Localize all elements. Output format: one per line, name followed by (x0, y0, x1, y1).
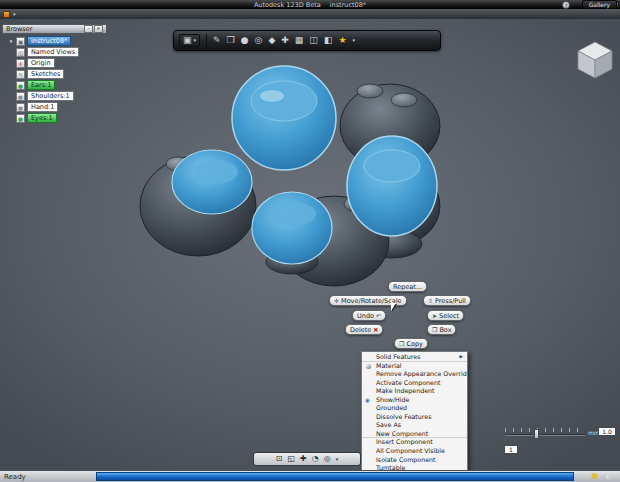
pattern-tool-icon[interactable]: ▦ (295, 36, 304, 45)
more-tools-caret-icon[interactable]: ▾ (352, 38, 355, 43)
browser-item-ears[interactable]: ● Ears:1 (16, 80, 55, 90)
menu-item-save-as[interactable]: Save As (362, 421, 467, 430)
origin-icon: ✛ (16, 59, 25, 68)
browser-item-sketches[interactable]: ✎ Sketches (16, 69, 64, 79)
component-icon: ▣ (16, 37, 25, 46)
snap-value-field[interactable]: 1 (504, 445, 518, 454)
menu-item-isolate-component[interactable]: Isolate Component (362, 456, 467, 465)
delete-label: Delete (350, 326, 371, 334)
menu-item-label: Material (376, 362, 402, 369)
shell-tool-icon[interactable]: ◧ (324, 36, 333, 45)
title-bar: Autodesk 123D Beta instruct08* – ❒ ✕ (0, 0, 620, 9)
browser-item-shoulders[interactable]: ● Shoulders:1 (16, 91, 74, 101)
status-progress-bar (96, 472, 574, 481)
grid-slider-ticks (505, 428, 585, 432)
browser-item-origin[interactable]: ✛ Origin (16, 58, 55, 68)
zoom-window-icon[interactable]: ⊡ (276, 455, 283, 463)
help-icon[interactable]: ? (562, 1, 570, 9)
grid-value-field[interactable]: 1.0 (598, 427, 616, 436)
menu-item-make-independent[interactable]: Make Independent (362, 387, 467, 396)
grid-slider-handle[interactable] (534, 429, 539, 439)
menu-item-new-component[interactable]: New Component (362, 430, 467, 439)
sketches-icon: ✎ (16, 70, 25, 79)
select-label: Select (439, 312, 459, 320)
browser-close-button[interactable]: ✕ (94, 25, 103, 33)
named-views-icon: ◫ (16, 48, 25, 57)
repeat-button[interactable]: Repeat... (388, 281, 427, 292)
copy-button[interactable]: ❐ Copy (394, 338, 428, 349)
view-cube[interactable] (576, 40, 614, 80)
visibility-icon[interactable]: ● (16, 103, 25, 112)
browser-item-label[interactable]: Hand:1 (27, 102, 58, 112)
menu-item-material[interactable]: Material (362, 362, 467, 371)
menu-item-all-component-visible[interactable]: All Component Visible (362, 447, 467, 456)
app-window: Autodesk 123D Beta instruct08* – ❒ ✕ ▾ ?… (0, 0, 620, 482)
menu-item-activate-component[interactable]: Activate Component (362, 379, 467, 388)
browser-item-label[interactable]: Shoulders:1 (27, 91, 74, 101)
favorites-star-icon[interactable]: ★ (338, 36, 346, 45)
menu-item-label: Save As (376, 421, 401, 428)
model-canvas[interactable] (132, 56, 466, 296)
visibility-icon[interactable]: ● (16, 81, 25, 90)
undo-button[interactable]: Undo ↶ (352, 310, 386, 321)
box-primitive-icon[interactable]: ❒ (227, 36, 235, 45)
browser-panel-header[interactable]: Browser – ✕ (2, 24, 107, 34)
expander-icon[interactable]: ▾ (8, 38, 14, 44)
box-select-button[interactable]: ❒ Box (427, 324, 456, 335)
fit-view-icon[interactable]: ◱ (287, 455, 295, 463)
menu-item-dissolve-features[interactable]: Dissolve Features (362, 413, 467, 422)
primitives-menu-icon: ▣ (183, 36, 192, 45)
menu-item-label: Show/Hide (376, 396, 409, 403)
browser-item-label[interactable]: instruct08* (27, 36, 71, 46)
grid-slider-track[interactable] (505, 434, 585, 436)
delete-button[interactable]: Delete ✖ (345, 324, 383, 335)
mouse-cursor (391, 302, 396, 311)
status-bar: Ready ▦ ◧ (0, 470, 620, 482)
pan-icon[interactable]: ✚ (300, 455, 307, 463)
browser-item-eyes[interactable]: ● Eyes:1 (16, 113, 57, 123)
menu-item-grounded[interactable]: Grounded (362, 404, 467, 413)
menu-item-label: Dissolve Features (376, 413, 431, 420)
gallery-button[interactable]: Gallery (582, 0, 617, 9)
copy-label: Copy (406, 340, 423, 348)
menu-item-solid-features[interactable]: Solid Features ▶ (362, 353, 467, 362)
sphere-primitive-icon[interactable]: ● (241, 36, 249, 45)
eye-icon: ◉ (365, 396, 370, 405)
primitives-menu-button[interactable]: ▣ ▾ (179, 34, 200, 47)
menu-item-insert-component[interactable]: Insert Component (362, 438, 467, 447)
visibility-icon[interactable]: ● (16, 114, 25, 123)
document-title: instruct08* (330, 1, 366, 9)
browser-item-root[interactable]: ▾ ▣ instruct08* (8, 36, 71, 46)
move-tool-icon[interactable]: ✚ (281, 36, 289, 45)
browser-item-label[interactable]: Eyes:1 (27, 113, 57, 123)
delete-x-icon: ✖ (373, 327, 378, 333)
view-settings-caret-icon[interactable]: ▾ (336, 457, 339, 462)
chevron-down-icon: ▾ (194, 38, 197, 43)
extrude-tool-icon[interactable]: ◆ (268, 36, 275, 45)
look-at-icon[interactable]: ◎ (324, 455, 331, 463)
select-button[interactable]: ➤ Select (427, 310, 464, 321)
menu-item-show-hide[interactable]: ◉ Show/Hide (362, 396, 467, 405)
app-logo-icon[interactable] (3, 11, 10, 18)
browser-collapse-button[interactable]: – (84, 25, 93, 33)
browser-title: Browser (6, 25, 32, 33)
box-label: Box (439, 326, 451, 334)
app-menu-caret-icon[interactable]: ▾ (13, 11, 16, 17)
combine-tool-icon[interactable]: ◫ (309, 36, 318, 45)
orbit-icon[interactable]: ◔ (312, 455, 319, 463)
grid-status-icon[interactable]: ▦ (591, 473, 598, 480)
menu-item-remove-appearance-override[interactable]: Remove Appearance Override (362, 370, 467, 379)
visibility-icon[interactable]: ● (16, 92, 25, 101)
browser-item-label[interactable]: Ears:1 (27, 80, 55, 90)
layout-status-icon[interactable]: ◧ (605, 473, 612, 480)
repeat-label: Repeat... (393, 283, 422, 291)
browser-item-label[interactable]: Origin (27, 58, 55, 68)
cylinder-primitive-icon[interactable]: ◎ (255, 36, 263, 45)
browser-item-label[interactable]: Sketches (27, 69, 64, 79)
press-pull-button[interactable]: ⇧ Press/Pull (423, 295, 471, 306)
app-title: Autodesk 123D Beta (254, 1, 321, 9)
browser-item-label[interactable]: Named Views (27, 47, 79, 57)
sketch-tool-icon[interactable]: ✎ (213, 36, 221, 45)
browser-item-named-views[interactable]: ◫ Named Views (16, 47, 79, 57)
browser-item-hand[interactable]: ● Hand:1 (16, 102, 58, 112)
